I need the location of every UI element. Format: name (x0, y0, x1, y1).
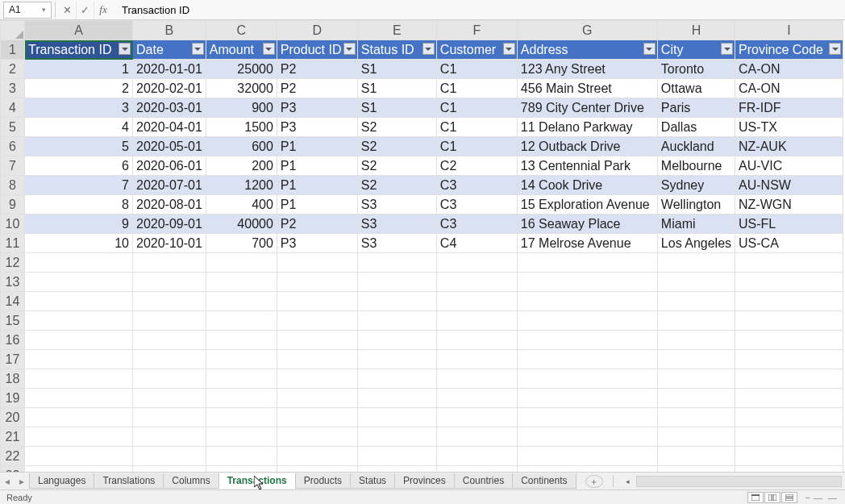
cell[interactable] (25, 350, 133, 369)
cell[interactable] (436, 408, 517, 427)
cell[interactable] (133, 292, 206, 311)
cell[interactable]: Wellington (657, 195, 735, 215)
cell[interactable]: Ottawa (657, 79, 735, 98)
cell[interactable]: 2020-06-01 (133, 156, 206, 176)
cell[interactable] (357, 253, 436, 273)
cell[interactable] (133, 273, 206, 292)
cell[interactable]: C3 (436, 195, 517, 215)
cell[interactable]: US-CA (735, 234, 843, 253)
row-header-23[interactable]: 23 (1, 466, 25, 473)
cell[interactable] (517, 311, 657, 331)
cell[interactable]: 4 (25, 118, 133, 137)
cell[interactable]: S1 (357, 79, 436, 98)
cell[interactable] (517, 466, 657, 473)
cell[interactable] (206, 389, 277, 408)
cell[interactable] (206, 253, 277, 273)
cell[interactable] (25, 447, 133, 466)
column-header-G[interactable]: G (517, 21, 657, 40)
row-header-11[interactable]: 11 (1, 234, 25, 253)
normal-view-button[interactable] (747, 492, 764, 503)
sheet-tab-transactions[interactable]: Transactions (219, 473, 296, 489)
cell[interactable]: S3 (357, 234, 436, 253)
row-header-10[interactable]: 10 (1, 215, 25, 234)
cell[interactable] (517, 427, 657, 447)
cell[interactable] (657, 466, 735, 473)
fx-icon[interactable]: fx (94, 3, 112, 16)
row-header-15[interactable]: 15 (1, 311, 25, 331)
cell[interactable] (357, 408, 436, 427)
cell[interactable]: 1500 (206, 118, 277, 137)
row-header-20[interactable]: 20 (1, 408, 25, 427)
column-header-D[interactable]: D (277, 21, 357, 40)
cell[interactable]: S3 (357, 195, 436, 215)
add-sheet-button[interactable]: ＋ (585, 475, 603, 488)
cell[interactable] (277, 408, 357, 427)
column-header-H[interactable]: H (657, 21, 735, 40)
cell[interactable] (133, 389, 206, 408)
horizontal-scrollbar[interactable] (636, 476, 842, 487)
cell[interactable]: P2 (277, 60, 357, 79)
cell[interactable]: 6 (25, 156, 133, 176)
cell[interactable] (517, 273, 657, 292)
cell[interactable] (436, 427, 517, 447)
page-layout-view-button[interactable] (764, 492, 780, 503)
cell[interactable] (735, 331, 843, 350)
cell[interactable]: C1 (436, 98, 517, 118)
name-box[interactable]: A1 ▾ (3, 2, 52, 19)
cell[interactable]: 2020-05-01 (133, 137, 206, 156)
cell[interactable] (735, 292, 843, 311)
cell[interactable] (517, 253, 657, 273)
cell[interactable]: 2020-04-01 (133, 118, 206, 137)
filter-dropdown-button[interactable] (503, 43, 515, 55)
cell[interactable]: C3 (436, 215, 517, 234)
cell[interactable] (436, 273, 517, 292)
select-all-corner[interactable] (1, 21, 25, 40)
row-header-7[interactable]: 7 (1, 156, 25, 176)
grid-area[interactable]: ABCDEFGHI1Transaction IDDateAmountProduc… (0, 20, 845, 472)
sheet-tab-columns[interactable]: Columns (163, 473, 219, 489)
table-header-cell[interactable]: Address (517, 40, 657, 60)
sheet-tab-continents[interactable]: Continents (512, 473, 576, 489)
cell[interactable] (357, 447, 436, 466)
cell[interactable] (25, 331, 133, 350)
cell[interactable] (25, 292, 133, 311)
cell[interactable] (657, 447, 735, 466)
row-header-12[interactable]: 12 (1, 253, 25, 273)
cell[interactable]: Los Angeles (657, 234, 735, 253)
cell[interactable] (735, 408, 843, 427)
table-header-cell[interactable]: Amount (206, 40, 277, 60)
filter-dropdown-button[interactable] (829, 43, 841, 55)
table-header-cell[interactable]: City (657, 40, 735, 60)
sheet-tab-languages[interactable]: Languages (29, 473, 94, 489)
cell[interactable] (357, 389, 436, 408)
sheet-tab-provinces[interactable]: Provinces (394, 473, 455, 489)
cell[interactable]: C3 (436, 176, 517, 195)
cell[interactable]: P1 (277, 156, 357, 176)
cell[interactable] (277, 447, 357, 466)
cell[interactable] (206, 273, 277, 292)
cell[interactable] (206, 350, 277, 369)
cell[interactable]: 9 (25, 215, 133, 234)
cell[interactable] (133, 331, 206, 350)
cell[interactable]: P1 (277, 137, 357, 156)
cell[interactable]: CA-ON (735, 79, 843, 98)
sheet-tab-translations[interactable]: Translations (94, 473, 164, 489)
cell[interactable] (357, 273, 436, 292)
cell[interactable]: NZ-AUK (735, 137, 843, 156)
cell[interactable]: 2020-08-01 (133, 195, 206, 215)
cell[interactable]: P3 (277, 234, 357, 253)
row-header-21[interactable]: 21 (1, 427, 25, 447)
cell[interactable]: 2020-01-01 (133, 60, 206, 79)
cell[interactable] (25, 408, 133, 427)
row-header-6[interactable]: 6 (1, 137, 25, 156)
scroll-left-icon[interactable]: ◂ (623, 477, 633, 485)
cell[interactable] (657, 350, 735, 369)
cell[interactable] (735, 350, 843, 369)
cell[interactable] (657, 369, 735, 389)
column-header-I[interactable]: I (735, 21, 843, 40)
cell[interactable]: 40000 (206, 215, 277, 234)
cell[interactable] (25, 427, 133, 447)
cell[interactable] (25, 273, 133, 292)
cell[interactable]: C2 (436, 156, 517, 176)
cell[interactable]: 400 (206, 195, 277, 215)
